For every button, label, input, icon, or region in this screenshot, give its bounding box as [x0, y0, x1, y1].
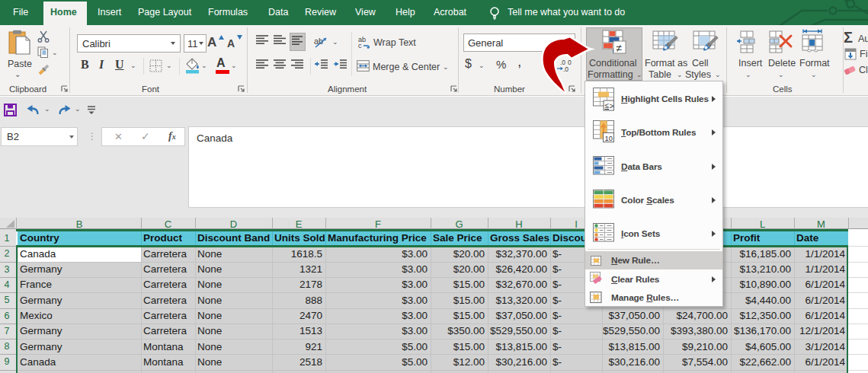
svg-text:c: c	[358, 42, 362, 49]
svg-text:≠: ≠	[617, 42, 623, 54]
svg-text:10: 10	[605, 134, 613, 142]
svg-text:>: >	[610, 102, 614, 110]
